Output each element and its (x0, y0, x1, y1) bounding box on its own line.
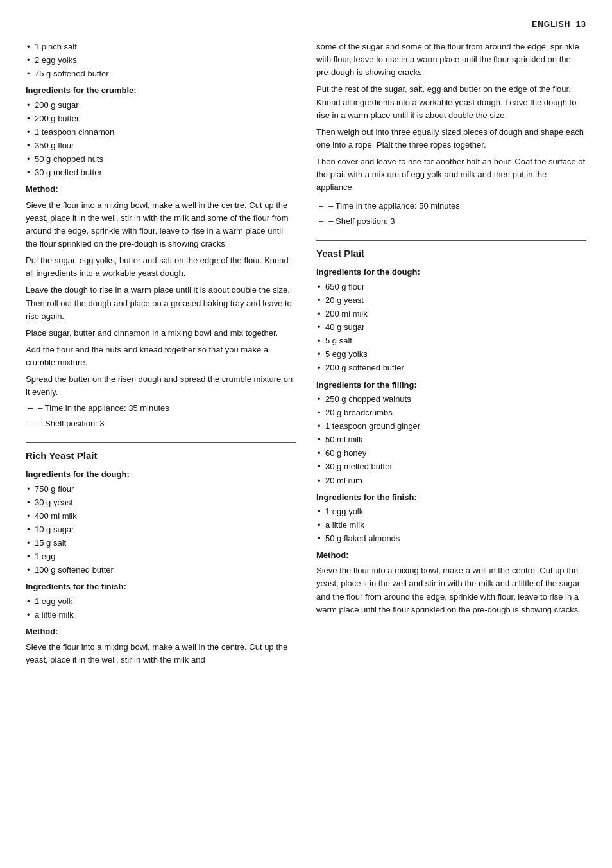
crumble-heading: Ingredients for the crumble: (26, 84, 296, 97)
rich-finish-heading: Ingredients for the finish: (26, 580, 296, 593)
rich-yeast-plait-section: Rich Yeast Plait Ingredients for the dou… (26, 442, 296, 666)
list-item: 50 g chopped nuts (26, 153, 296, 166)
main-content: 1 pinch salt 2 egg yolks 75 g softened b… (26, 40, 586, 666)
list-item: 1 egg yolk (26, 595, 296, 608)
list-item: 1 egg yolk (316, 505, 586, 518)
timing-text-2: – Shelf position: 3 (37, 417, 104, 431)
yeast-finish-list: 1 egg yolk a little milk 50 g flaked alm… (316, 505, 586, 545)
crumble-list: 200 g sugar 200 g butter 1 teaspoon cinn… (26, 99, 296, 180)
list-item: a little milk (316, 519, 586, 532)
rich-method-heading: Method: (26, 625, 296, 638)
timing-line-1: – – Time in the appliance: 35 minutes (26, 402, 296, 415)
list-item: 50 g flaked almonds (316, 532, 586, 545)
page-header: ENGLISH 13 (26, 19, 586, 29)
list-item: 5 g salt (316, 334, 586, 347)
yeast-filling-heading: Ingredients for the filling: (316, 379, 586, 392)
list-item: 100 g softened butter (26, 564, 296, 577)
rich-method-text: Sieve the flour into a mixing bowl, make… (26, 641, 296, 666)
list-item: 1 teaspoon ground ginger (316, 420, 586, 433)
list-item: 30 g melted butter (316, 460, 586, 473)
page: ENGLISH 13 1 pinch salt 2 egg yolks 75 g… (0, 0, 612, 868)
list-item: 750 g flour (26, 483, 296, 496)
right-timing-line-2: – – Shelf position: 3 (316, 215, 586, 229)
list-item: 5 egg yolks (316, 348, 586, 361)
list-item: 15 g salt (26, 537, 296, 550)
method-heading: Method: (26, 183, 296, 196)
list-item: 60 g honey (316, 447, 586, 460)
right-column: some of the sugar and some of the flour … (316, 40, 586, 666)
yeast-dough-heading: Ingredients for the dough: (316, 266, 586, 279)
page-number: 13 (576, 19, 586, 29)
yeast-dough-list: 650 g flour 20 g yeast 200 ml milk 40 g … (316, 281, 586, 375)
yeast-method-heading: Method: (316, 549, 586, 562)
rich-dough-heading: Ingredients for the dough: (26, 468, 296, 481)
right-timing-text-2: – Shelf position: 3 (327, 215, 395, 229)
list-item: 50 ml milk (316, 433, 586, 446)
rich-finish-list: 1 egg yolk a little milk (26, 595, 296, 621)
yeast-filling-list: 250 g chopped walnuts 20 g breadcrumbs 1… (316, 393, 586, 487)
yeast-plait-section: Yeast Plait Ingredients for the dough: 6… (316, 240, 586, 616)
list-item: 20 ml rum (316, 474, 586, 487)
list-item: 1 pinch salt (26, 40, 296, 53)
yeast-plait-title: Yeast Plait (316, 246, 586, 261)
list-item: 200 ml milk (316, 308, 586, 320)
list-item: 10 g sugar (26, 523, 296, 536)
rich-yeast-plait-title: Rich Yeast Plait (26, 448, 296, 463)
list-item: 40 g sugar (316, 321, 586, 334)
right-intro-text: some of the sugar and some of the flour … (316, 40, 586, 195)
list-item: 20 g breadcrumbs (316, 406, 586, 419)
right-timing-line-1: – – Time in the appliance: 50 minutes (316, 200, 586, 213)
list-item: a little milk (26, 609, 296, 621)
rich-dough-list: 750 g flour 30 g yeast 400 ml milk 10 g … (26, 483, 296, 577)
list-item: 350 g flour (26, 139, 296, 152)
pre-recipe-list: 1 pinch salt 2 egg yolks 75 g softened b… (26, 40, 296, 80)
list-item: 200 g softened butter (316, 361, 586, 374)
timing-text-1: – Time in the appliance: 35 minutes (37, 402, 169, 415)
list-item: 1 teaspoon cinnamon (26, 126, 296, 139)
list-item: 30 g melted butter (26, 166, 296, 179)
list-item: 2 egg yolks (26, 54, 296, 67)
list-item: 200 g butter (26, 112, 296, 125)
list-item: 75 g softened butter (26, 67, 296, 80)
yeast-finish-heading: Ingredients for the finish: (316, 491, 586, 504)
list-item: 20 g yeast (316, 294, 586, 307)
right-timing-text-1: – Time in the appliance: 50 minutes (327, 200, 460, 213)
list-item: 1 egg (26, 550, 296, 563)
list-item: 250 g chopped walnuts (316, 393, 586, 406)
list-item: 200 g sugar (26, 99, 296, 112)
language-label: ENGLISH (532, 20, 570, 29)
timing-line-2: – – Shelf position: 3 (26, 417, 296, 431)
list-item: 400 ml milk (26, 510, 296, 523)
list-item: 30 g yeast (26, 496, 296, 509)
method-text: Sieve the flour into a mixing bowl, make… (26, 199, 296, 399)
list-item: 650 g flour (316, 281, 586, 293)
yeast-method-text: Sieve the flour into a mixing bowl, make… (316, 564, 586, 616)
left-column: 1 pinch salt 2 egg yolks 75 g softened b… (26, 40, 296, 666)
